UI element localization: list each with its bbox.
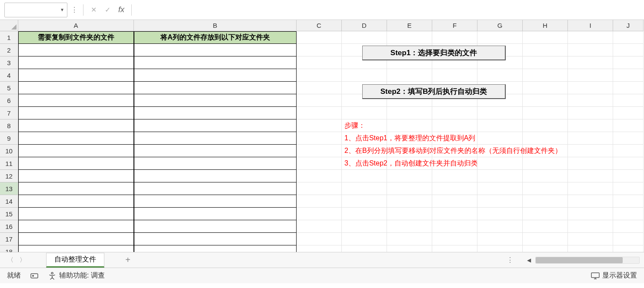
cell-A9[interactable] [18,132,134,145]
cell-A2[interactable] [18,44,134,56]
cell-G18[interactable] [477,245,523,252]
cell-F8[interactable] [432,119,477,132]
cell-D18[interactable] [342,245,387,252]
cell-F15[interactable] [432,208,477,220]
scroll-left-icon[interactable]: ◀ [527,257,531,263]
cell-E14[interactable] [387,195,432,208]
cell-H17[interactable] [523,233,568,245]
cell-D4[interactable] [342,69,387,82]
cell-A6[interactable] [18,94,134,107]
cell-I1[interactable] [568,31,613,44]
cell-I16[interactable] [568,220,613,233]
cell-J2[interactable] [613,44,644,56]
scrollbar-thumb[interactable] [536,257,623,263]
cell-I10[interactable] [568,145,613,157]
cell-D14[interactable] [342,195,387,208]
row-header-2[interactable]: 2 [0,44,18,56]
cells-area[interactable]: 需要复制到文件夹的文件将A列的文件存放到以下对应文件夹步骤：1、点击Step1，… [18,31,644,252]
cell-A1[interactable]: 需要复制到文件夹的文件 [18,31,134,44]
cell-H9[interactable] [523,132,568,145]
cell-H5[interactable] [523,82,568,94]
row-header-4[interactable]: 4 [0,69,18,82]
cell-G7[interactable] [477,107,523,119]
cell-I12[interactable] [568,170,613,182]
cell-A15[interactable] [18,208,134,220]
select-all-corner[interactable] [0,20,18,31]
next-sheet-button[interactable]: 〉 [17,254,29,266]
cell-H8[interactable] [523,119,568,132]
cell-E4[interactable] [387,69,432,82]
step2-button[interactable]: Step2：填写B列后执行自动归类 [362,84,506,99]
row-header-12[interactable]: 12 [0,170,18,182]
cell-A3[interactable] [18,56,134,69]
row-header-7[interactable]: 7 [0,107,18,119]
cell-G12[interactable] [477,170,523,182]
column-header-E[interactable]: E [387,20,432,31]
cell-B2[interactable] [134,44,297,56]
cell-F9[interactable] [432,132,477,145]
cell-D11[interactable]: 3、点击Step2，自动创建文件夹并自动归类 [342,157,387,170]
cell-B17[interactable] [134,233,297,245]
cell-H10[interactable] [523,145,568,157]
cell-C13[interactable] [297,182,342,195]
cell-C4[interactable] [297,69,342,82]
fx-button[interactable]: fx [116,5,127,14]
cell-C10[interactable] [297,145,342,157]
cell-J13[interactable] [613,182,644,195]
cell-G1[interactable] [477,31,523,44]
row-header-10[interactable]: 10 [0,145,18,157]
cell-G13[interactable] [477,182,523,195]
cell-A5[interactable] [18,82,134,94]
cell-B1[interactable]: 将A列的文件存放到以下对应文件夹 [134,31,297,44]
cell-G16[interactable] [477,220,523,233]
column-header-I[interactable]: I [568,20,613,31]
row-header-6[interactable]: 6 [0,94,18,107]
row-header-13[interactable]: 13 [0,182,18,195]
row-header-18[interactable]: 18 [0,245,18,252]
more-dots-icon[interactable]: ⋮ [70,6,79,14]
cell-B13[interactable] [134,182,297,195]
cell-F10[interactable] [432,145,477,157]
cell-G10[interactable] [477,145,523,157]
row-header-11[interactable]: 11 [0,157,18,170]
cell-C2[interactable] [297,44,342,56]
cell-A13[interactable] [18,182,134,195]
cell-I7[interactable] [568,107,613,119]
cell-E13[interactable] [387,182,432,195]
cell-A10[interactable] [18,145,134,157]
cell-A16[interactable] [18,220,134,233]
cell-C3[interactable] [297,56,342,69]
cell-F4[interactable] [432,69,477,82]
cell-C12[interactable] [297,170,342,182]
cell-I5[interactable] [568,82,613,94]
column-header-D[interactable]: D [342,20,387,31]
row-header-8[interactable]: 8 [0,119,18,132]
cell-J4[interactable] [613,69,644,82]
row-header-9[interactable]: 9 [0,132,18,145]
cell-C8[interactable] [297,119,342,132]
cell-E16[interactable] [387,220,432,233]
cell-I3[interactable] [568,56,613,69]
cell-H4[interactable] [523,69,568,82]
cell-A7[interactable] [18,107,134,119]
cell-C9[interactable] [297,132,342,145]
cell-A18[interactable] [18,245,134,252]
cell-J3[interactable] [613,56,644,69]
formula-input[interactable] [136,3,640,17]
cell-E18[interactable] [387,245,432,252]
sheet-options-icon[interactable]: ⋮ [507,256,514,264]
cell-F1[interactable] [432,31,477,44]
cell-A11[interactable] [18,157,134,170]
cell-H2[interactable] [523,44,568,56]
cell-G4[interactable] [477,69,523,82]
cell-D10[interactable]: 2、在B列分别填写要移动到对应文件夹的名称（无须自行创建文件夹） [342,145,387,157]
cell-G17[interactable] [477,233,523,245]
cell-B18[interactable] [134,245,297,252]
cell-F11[interactable] [432,157,477,170]
cell-B10[interactable] [134,145,297,157]
cell-A17[interactable] [18,233,134,245]
cell-D1[interactable] [342,31,387,44]
cell-C11[interactable] [297,157,342,170]
cell-D17[interactable] [342,233,387,245]
sheet-tab-active[interactable]: 自动整理文件 [46,253,104,268]
